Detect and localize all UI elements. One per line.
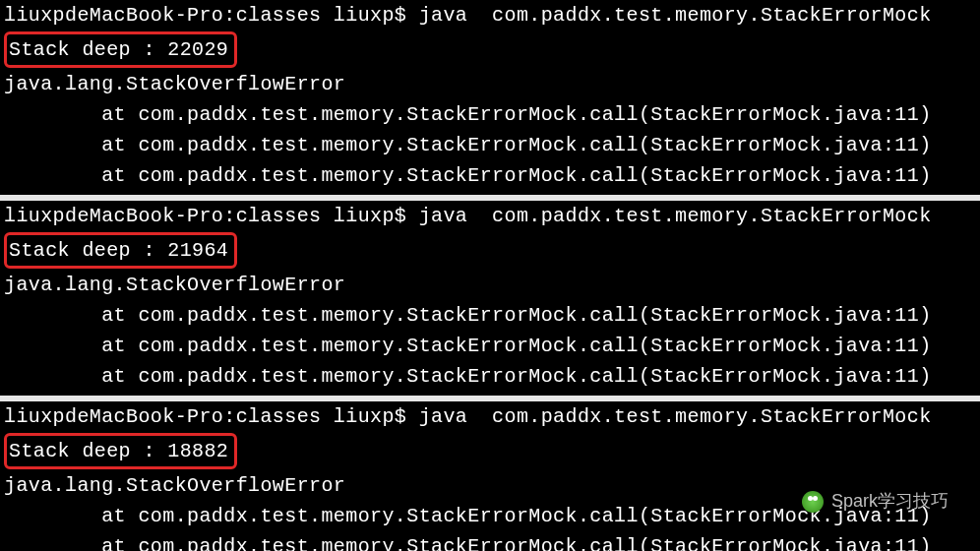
prompt-line: liuxpdeMacBook-Pro:classes liuxp$ java c… [4,201,976,231]
stack-frame: at com.paddx.test.memory.StackErrorMock.… [4,160,976,191]
error-line: java.lang.StackOverflowError [4,470,976,501]
terminal-section-3: liuxpdeMacBook-Pro:classes liuxp$ java c… [0,401,980,551]
prompt-line: liuxpdeMacBook-Pro:classes liuxp$ java c… [4,0,976,31]
terminal-section-1: liuxpdeMacBook-Pro:classes liuxp$ java c… [0,0,980,195]
stack-deep-highlight: Stack deep : 21964 [4,232,237,269]
stack-frame: at com.paddx.test.memory.StackErrorMock.… [4,99,976,130]
stack-frame: at com.paddx.test.memory.StackErrorMock.… [4,501,976,531]
stack-frame: at com.paddx.test.memory.StackErrorMock.… [4,300,976,331]
stack-deep-highlight: Stack deep : 18882 [4,433,237,469]
stack-deep-highlight: Stack deep : 22029 [4,31,237,68]
stack-frame: at com.paddx.test.memory.StackErrorMock.… [4,361,976,392]
stack-deep-value: Stack deep : 18882 [9,440,228,462]
error-line: java.lang.StackOverflowError [4,69,976,99]
error-line: java.lang.StackOverflowError [4,270,976,300]
stack-frame: at com.paddx.test.memory.StackErrorMock.… [4,331,976,361]
stack-deep-value: Stack deep : 21964 [9,239,228,262]
stack-frame: at com.paddx.test.memory.StackErrorMock.… [4,531,976,551]
screenshot-container: liuxpdeMacBook-Pro:classes liuxp$ java c… [0,0,980,551]
prompt-line: liuxpdeMacBook-Pro:classes liuxp$ java c… [4,401,976,432]
stack-deep-value: Stack deep : 22029 [9,38,228,61]
stack-frame: at com.paddx.test.memory.StackErrorMock.… [4,130,976,160]
terminal-section-2: liuxpdeMacBook-Pro:classes liuxp$ java c… [0,201,980,396]
